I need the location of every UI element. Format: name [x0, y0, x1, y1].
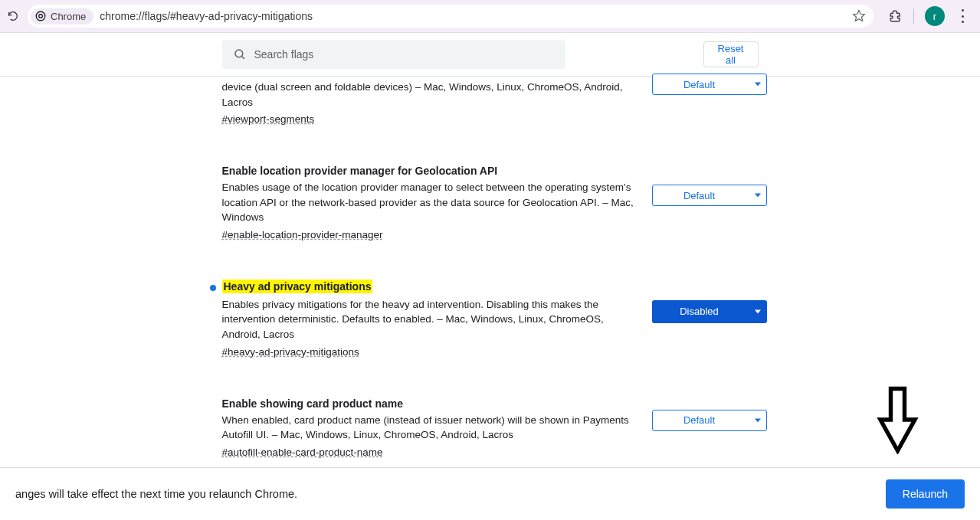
- svg-line-3: [241, 56, 244, 59]
- flag-title: Enable location provider manager for Geo…: [222, 165, 640, 177]
- url-text: chrome://flags/#heavy-ad-privacy-mitigat…: [100, 10, 852, 22]
- flag-description: device (dual screen and foldable devices…: [222, 80, 640, 110]
- chrome-logo-icon: [35, 11, 46, 21]
- search-flags-input[interactable]: Search flags: [222, 40, 565, 69]
- flag-row: device (dual screen and foldable devices…: [222, 77, 759, 132]
- flag-anchor-link[interactable]: #enable-location-provider-manager: [222, 229, 383, 240]
- flag-anchor-link[interactable]: #heavy-ad-privacy-mitigations: [222, 346, 359, 358]
- extensions-icon[interactable]: [889, 9, 903, 23]
- changed-indicator-dot: [210, 285, 216, 291]
- separator: [913, 8, 914, 24]
- flag-select[interactable]: Default: [652, 185, 767, 206]
- relaunch-message: anges will take effect the next time you…: [15, 488, 297, 500]
- relaunch-bar: anges will take effect the next time you…: [0, 467, 980, 520]
- flag-description: When enabled, card product name (instead…: [222, 413, 640, 443]
- reset-all-button[interactable]: Reset all: [703, 41, 759, 67]
- site-chip-label: Chrome: [51, 11, 86, 22]
- svg-point-0: [36, 11, 45, 21]
- flag-row-highlighted: Heavy ad privacy mitigations Enables pri…: [222, 271, 759, 365]
- flags-list: device (dual screen and foldable devices…: [222, 77, 759, 520]
- svg-point-1: [39, 15, 43, 18]
- site-chip[interactable]: Chrome: [31, 8, 93, 25]
- annotation-arrow-icon: [877, 385, 919, 454]
- flag-title: Heavy ad privacy mitigations: [222, 280, 373, 293]
- flag-title: Enable showing card product name: [222, 397, 640, 410]
- flag-row: Enable showing card product name When en…: [222, 388, 759, 466]
- bookmark-star-icon[interactable]: [852, 9, 866, 23]
- flag-anchor-link[interactable]: #autofill-enable-card-product-name: [222, 446, 383, 458]
- flag-select[interactable]: Default: [652, 74, 767, 95]
- svg-point-2: [235, 50, 243, 57]
- flag-description: Enables privacy mitigations for the heav…: [222, 297, 640, 342]
- flag-description: Enables usage of the location provider m…: [222, 180, 640, 225]
- flags-header: Search flags Reset all: [0, 33, 980, 77]
- reload-icon: [7, 10, 19, 22]
- toolbar-right: r: [889, 6, 969, 26]
- flag-row: Enable location provider manager for Geo…: [222, 155, 759, 248]
- address-bar[interactable]: Chrome chrome://flags/#heavy-ad-privacy-…: [28, 5, 873, 28]
- reload-button[interactable]: [6, 9, 20, 23]
- profile-avatar[interactable]: r: [925, 6, 945, 26]
- browser-toolbar: Chrome chrome://flags/#heavy-ad-privacy-…: [0, 0, 980, 33]
- chrome-menu-button[interactable]: [955, 8, 969, 25]
- search-icon: [233, 47, 247, 61]
- flag-select[interactable]: Default: [652, 410, 767, 431]
- search-placeholder: Search flags: [254, 48, 314, 61]
- flag-select[interactable]: Disabled: [652, 300, 767, 323]
- relaunch-button[interactable]: Relaunch: [886, 479, 965, 509]
- flag-anchor-link[interactable]: #viewport-segments: [222, 113, 315, 125]
